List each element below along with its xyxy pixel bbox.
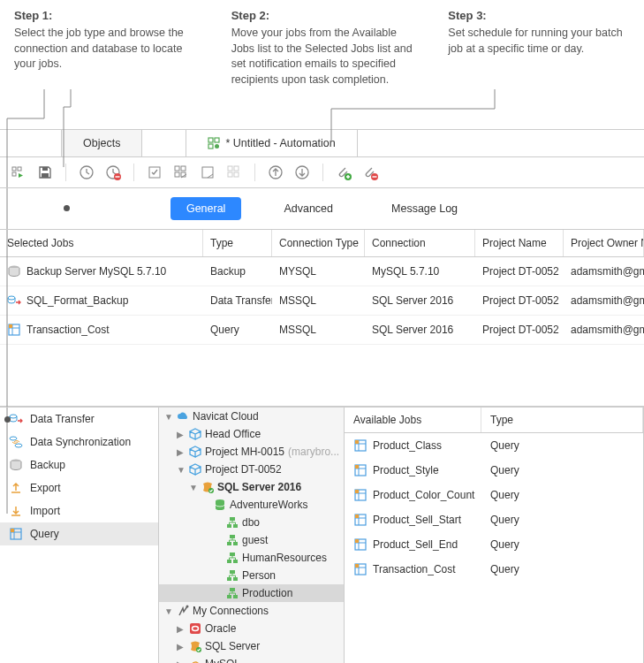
query-icon bbox=[353, 513, 367, 527]
available-job-row[interactable]: Product_Color_CountQuery bbox=[345, 483, 643, 507]
tree-arrow-icon: ▼ bbox=[177, 465, 186, 475]
cube-icon bbox=[189, 446, 201, 458]
selected-job-row[interactable]: Transaction_Cost Query MSSQL SQL Server … bbox=[0, 316, 644, 345]
subtab-general[interactable]: General bbox=[170, 197, 241, 220]
sidebar-item-data-transfer[interactable]: Data Transfer bbox=[0, 408, 158, 431]
col-selected-jobs[interactable]: Selected Jobs bbox=[0, 230, 203, 256]
available-job-row[interactable]: Product_ClassQuery bbox=[345, 433, 643, 458]
svg-rect-14 bbox=[175, 166, 179, 171]
tree-node-label: Oracle bbox=[205, 622, 236, 635]
tree-node[interactable]: ▶Head Office bbox=[159, 425, 344, 443]
svg-point-32 bbox=[10, 415, 17, 418]
move-up-button[interactable] bbox=[266, 163, 285, 182]
tree-node[interactable]: ▼My Connections bbox=[159, 602, 344, 620]
sidebar-item-data-synchronization[interactable]: Data Synchronization bbox=[0, 431, 158, 453]
clear-button[interactable] bbox=[224, 163, 244, 182]
col-available-jobs[interactable]: Available Jobs bbox=[345, 408, 481, 432]
job-project: Project DT-0052 bbox=[475, 261, 564, 282]
subtab-advanced[interactable]: Advanced bbox=[268, 197, 349, 220]
available-job-row[interactable]: Transaction_CostQuery bbox=[345, 557, 643, 582]
tree-arrow-icon: ▶ bbox=[177, 659, 186, 664]
sqlserver-icon bbox=[201, 481, 214, 493]
step-2-title: Step 2: bbox=[231, 9, 413, 22]
sidebar-item-export[interactable]: Export bbox=[0, 476, 158, 499]
available-job-type: Query bbox=[481, 485, 643, 505]
tree-node-label: Navicat Cloud bbox=[193, 410, 259, 423]
step-2: Step 2: Move your jobs from the Availabl… bbox=[231, 9, 413, 88]
svg-rect-67 bbox=[355, 514, 359, 518]
svg-rect-63 bbox=[355, 465, 359, 469]
tree-node[interactable]: Person bbox=[159, 567, 344, 584]
deselect-button[interactable] bbox=[198, 163, 217, 182]
svg-rect-50 bbox=[227, 577, 231, 581]
col-type[interactable]: Type bbox=[203, 230, 272, 256]
svg-rect-45 bbox=[233, 542, 238, 545]
schema-icon bbox=[226, 587, 239, 599]
tree-arrow-icon: ▶ bbox=[177, 430, 186, 439]
available-job-row[interactable]: Product_Sell_StartQuery bbox=[345, 507, 643, 532]
myconn-icon bbox=[177, 605, 189, 617]
svg-rect-41 bbox=[227, 524, 231, 528]
col-available-type[interactable]: Type bbox=[481, 408, 643, 432]
tree-arrow-icon: ▼ bbox=[189, 483, 198, 492]
schedule-button[interactable] bbox=[77, 163, 96, 182]
selected-job-row[interactable]: Backup Server MySQL 5.7.10 Backup MYSQL … bbox=[0, 257, 644, 286]
schema-icon bbox=[226, 516, 239, 529]
select-all-button[interactable] bbox=[145, 163, 164, 182]
tree-node[interactable]: dbo bbox=[159, 514, 344, 531]
tree-node[interactable]: AdventureWorks bbox=[159, 496, 344, 514]
tree-node[interactable]: ▶MySQL bbox=[159, 655, 344, 663]
job-type: Data Transfer bbox=[203, 290, 272, 311]
svg-rect-37 bbox=[11, 529, 14, 532]
svg-rect-22 bbox=[234, 172, 239, 177]
grid-empty-area bbox=[0, 345, 644, 407]
col-project-owner[interactable]: Project Owner N bbox=[564, 230, 644, 256]
sidebar-item-import[interactable]: Import bbox=[0, 499, 158, 522]
move-down-button[interactable] bbox=[292, 163, 312, 182]
tree-node-label: Project MH-0015 bbox=[205, 446, 284, 458]
tree-node[interactable]: ▶Oracle bbox=[159, 620, 344, 637]
tree-node[interactable]: ▶SQL Server bbox=[159, 637, 344, 655]
unschedule-button[interactable] bbox=[103, 163, 123, 182]
svg-rect-16 bbox=[175, 172, 179, 177]
svg-rect-47 bbox=[227, 560, 231, 563]
tree-node[interactable]: ▼Project DT-0052 bbox=[159, 461, 344, 478]
backup-icon bbox=[7, 264, 21, 278]
tree-node[interactable]: HumanResources bbox=[159, 549, 344, 567]
available-job-row[interactable]: Product_StyleQuery bbox=[345, 458, 643, 483]
col-connection[interactable]: Connection bbox=[365, 230, 475, 256]
svg-rect-12 bbox=[116, 176, 120, 177]
select-grid-button[interactable] bbox=[171, 163, 191, 182]
attach-add-button[interactable] bbox=[334, 163, 353, 182]
job-name: Backup Server MySQL 5.7.10 bbox=[27, 265, 166, 278]
tree-node[interactable]: ▼SQL Server 2016 bbox=[159, 478, 344, 496]
save-button[interactable] bbox=[35, 163, 55, 182]
tree-arrow-icon: ▶ bbox=[177, 447, 186, 457]
step-3-desc: Set schedule for running your batch job … bbox=[448, 26, 630, 57]
cloud-icon bbox=[177, 410, 189, 423]
tree-node-label: guest bbox=[242, 534, 268, 546]
tree-node[interactable]: guest bbox=[159, 531, 344, 549]
available-job-row[interactable]: Product_Sell_EndQuery bbox=[345, 532, 643, 557]
tree-node[interactable]: ▼Navicat Cloud bbox=[159, 408, 344, 425]
selected-jobs-grid-body: Backup Server MySQL 5.7.10 Backup MYSQL … bbox=[0, 257, 644, 345]
leader-dot-1 bbox=[4, 416, 11, 423]
sidebar-item-query[interactable]: Query bbox=[0, 522, 158, 545]
selected-job-row[interactable]: SQL_Format_Backup Data Transfer MSSQL SQ… bbox=[0, 286, 644, 316]
tree-node-label: My Connections bbox=[193, 605, 269, 617]
query-icon bbox=[353, 537, 367, 552]
run-button[interactable] bbox=[9, 163, 28, 182]
job-owner: adamsmith@gma bbox=[564, 319, 644, 340]
tab-automation[interactable]: * Untitled - Automation bbox=[186, 130, 357, 156]
col-conn-type[interactable]: Connection Type bbox=[272, 230, 365, 256]
col-project-name[interactable]: Project Name bbox=[475, 230, 564, 256]
sidebar-item-backup[interactable]: Backup bbox=[0, 453, 158, 476]
tree-node[interactable]: ▶Project MH-0015 (marybro... bbox=[159, 443, 344, 461]
tree-node[interactable]: Production bbox=[159, 584, 344, 602]
leader-lines bbox=[0, 95, 644, 130]
svg-point-29 bbox=[8, 296, 15, 300]
attach-remove-button[interactable] bbox=[360, 163, 380, 182]
subtab-messagelog[interactable]: Message Log bbox=[375, 197, 474, 220]
tab-objects[interactable]: Objects bbox=[62, 130, 142, 156]
schema-icon bbox=[226, 552, 239, 564]
